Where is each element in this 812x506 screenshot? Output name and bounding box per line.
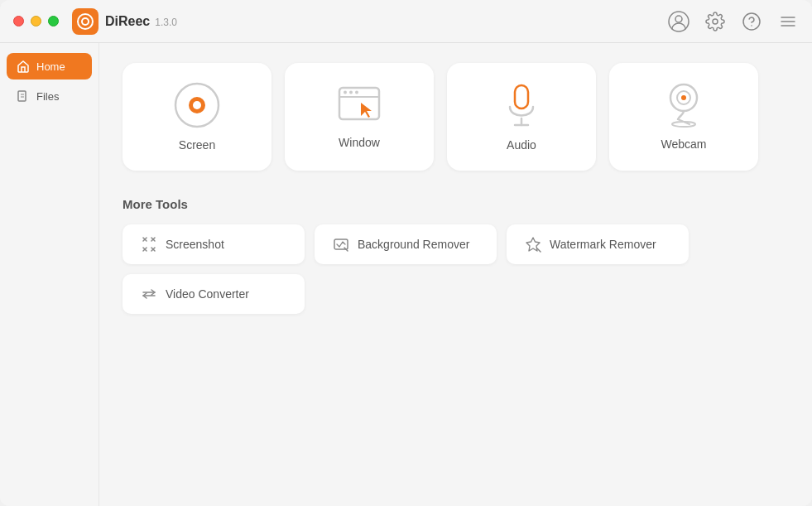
sidebar: Home Files [0, 43, 99, 506]
close-button[interactable] [13, 16, 24, 27]
video-converter-button[interactable]: Video Converter [123, 274, 305, 314]
screenshot-button[interactable]: Screenshot [123, 224, 305, 264]
svg-point-6 [713, 19, 718, 24]
menu-icon[interactable] [777, 11, 799, 32]
audio-card[interactable]: Audio [447, 63, 596, 171]
more-tools-title: More Tools [123, 197, 789, 211]
sidebar-item-files[interactable]: Files [7, 83, 92, 109]
background-remover-label: Background Remover [358, 238, 469, 251]
home-icon [17, 60, 30, 73]
svg-point-8 [751, 25, 752, 27]
recording-cards: Screen Window [123, 63, 789, 171]
minimize-button[interactable] [31, 16, 41, 27]
window-card-icon [336, 84, 382, 126]
help-icon[interactable] [741, 11, 762, 32]
tools-grid: Screenshot Background Remover [123, 224, 789, 314]
audio-card-icon [505, 82, 538, 128]
main-content: Screen Window [99, 43, 812, 506]
watermark-remover-label: Watermark Remover [550, 238, 656, 251]
main-layout: Home Files [0, 43, 812, 506]
window-card-label: Window [339, 136, 380, 149]
sidebar-item-home[interactable]: Home [7, 53, 92, 80]
sidebar-files-label: Files [36, 90, 59, 103]
screenshot-label: Screenshot [166, 238, 224, 251]
video-converter-icon [141, 286, 157, 302]
screen-card[interactable]: Screen [123, 63, 271, 171]
watermark-remover-button[interactable]: Watermark Remover [507, 224, 689, 264]
screen-card-label: Screen [179, 138, 215, 152]
webcam-card-label: Webcam [661, 137, 707, 151]
app-logo [72, 8, 98, 35]
audio-card-label: Audio [507, 138, 536, 152]
settings-icon[interactable] [704, 11, 726, 32]
webcam-card-icon [663, 83, 704, 128]
app-version: 1.3.0 [155, 17, 177, 28]
profile-icon[interactable] [668, 11, 689, 32]
svg-rect-12 [18, 91, 26, 101]
svg-point-20 [344, 91, 347, 94]
svg-point-22 [355, 91, 358, 94]
svg-point-17 [193, 101, 201, 109]
svg-rect-23 [515, 85, 528, 108]
app-name: DiReec [105, 14, 150, 29]
svg-point-21 [349, 91, 353, 94]
title-bar: DiReec 1.3.0 [0, 0, 812, 43]
video-converter-label: Video Converter [166, 287, 249, 301]
svg-point-28 [681, 95, 686, 100]
screenshot-icon [141, 236, 157, 253]
title-bar-icons [668, 11, 799, 32]
svg-point-3 [83, 19, 88, 24]
traffic-lights [13, 16, 59, 27]
svg-point-7 [743, 13, 760, 30]
app-title-group: DiReec 1.3.0 [105, 14, 177, 29]
files-icon [17, 89, 30, 103]
app-window: DiReec 1.3.0 [0, 0, 812, 506]
watermark-remover-icon [525, 236, 541, 253]
more-tools-section: More Tools [123, 197, 789, 314]
window-card[interactable]: Window [285, 63, 434, 171]
background-remover-button[interactable]: Background Remover [315, 224, 497, 264]
webcam-card[interactable]: Webcam [609, 63, 758, 171]
svg-point-5 [675, 16, 682, 22]
sidebar-home-label: Home [36, 60, 65, 73]
svg-line-41 [537, 248, 541, 252]
maximize-button[interactable] [48, 16, 59, 27]
screen-card-icon [174, 82, 220, 128]
background-remover-icon [333, 236, 349, 253]
